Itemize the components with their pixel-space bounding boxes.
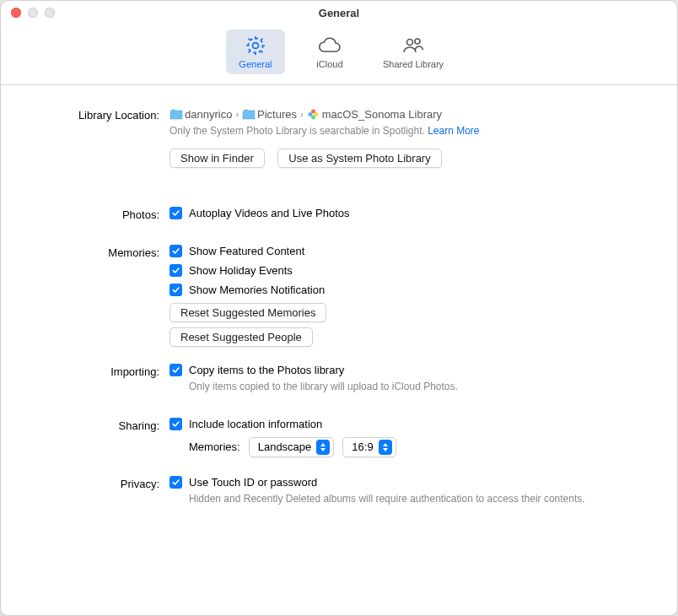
settings-content: Library Location: dannyrico › Pictures › [1,85,677,615]
photos-label: Photos: [33,207,170,221]
memories-section: Memories: Show Featured Content Show Hol… [33,245,618,352]
breadcrumb-segment: macOS_Sonoma Library [322,108,442,121]
importing-label: Importing: [33,364,170,378]
use-as-system-library-button[interactable]: Use as System Photo Library [277,149,441,168]
chevron-right-icon: › [234,109,240,119]
copy-items-label: Copy items to the Photos library [189,364,344,376]
library-location-label: Library Location: [33,107,170,122]
include-location-label: Include location information [189,418,322,430]
tab-icloud[interactable]: iCloud [300,30,359,74]
orientation-popup[interactable]: Landscape [249,437,335,457]
people-icon [401,35,426,57]
privacy-label: Privacy: [33,476,170,490]
popup-arrows-icon [379,440,392,455]
sharing-section: Sharing: Include location information Me… [33,418,618,457]
close-button[interactable] [11,8,21,18]
memories-label: Memories: [33,245,170,259]
holiday-events-label: Show Holiday Events [189,264,293,277]
tab-general-label: General [239,59,272,69]
sharing-label: Sharing: [33,418,170,432]
importing-note: Only items copied to the library will up… [189,380,618,394]
gear-icon [243,35,268,57]
sharing-memories-label: Memories: [189,440,240,453]
importing-section: Importing: Copy items to the Photos libr… [33,364,618,399]
include-location-checkbox[interactable] [170,418,182,430]
cloud-icon [317,35,342,57]
popup-arrows-icon [316,440,330,455]
minimize-button[interactable] [28,8,38,18]
maximize-button[interactable] [45,8,55,18]
library-path-breadcrumb[interactable]: dannyrico › Pictures › [170,107,618,121]
learn-more-link[interactable]: Learn More [428,125,479,137]
library-location-section: Library Location: dannyrico › Pictures › [33,107,618,188]
memories-notification-label: Show Memories Notification [189,284,325,296]
svg-point-0 [252,43,258,49]
copy-items-checkbox[interactable] [170,364,182,376]
photos-section: Photos: Autoplay Videos and Live Photos [33,207,618,226]
autoplay-label: Autoplay Videos and Live Photos [189,207,350,219]
breadcrumb-segment: Pictures [257,108,297,121]
tab-icloud-label: iCloud [316,59,342,69]
tab-general[interactable]: General [226,30,285,74]
autoplay-checkbox[interactable] [170,207,182,219]
traffic-lights [11,8,55,18]
featured-content-label: Show Featured Content [189,245,304,257]
show-in-finder-button[interactable]: Show in Finder [170,149,265,168]
svg-point-3 [415,39,420,44]
reset-memories-button[interactable]: Reset Suggested Memories [170,303,326,322]
aspect-ratio-value: 16:9 [352,440,373,453]
tab-shared-library[interactable]: Shared Library [374,30,452,74]
photos-library-icon [307,107,320,121]
orientation-value: Landscape [258,440,312,453]
settings-window: General General iCloud [0,0,678,616]
privacy-section: Privacy: Use Touch ID or password Hidden… [33,476,618,511]
reset-people-button[interactable]: Reset Suggested People [170,327,313,347]
memories-notification-checkbox[interactable] [170,284,182,296]
holiday-events-checkbox[interactable] [170,264,182,277]
breadcrumb-segment: dannyrico [185,108,232,121]
folder-icon [242,107,256,121]
home-folder-icon [170,107,183,121]
tab-shared-label: Shared Library [383,59,444,69]
window-title: General [11,7,667,19]
aspect-ratio-popup[interactable]: 16:9 [342,437,396,457]
touchid-checkbox[interactable] [170,476,182,489]
privacy-note: Hidden and Recently Deleted albums will … [189,492,618,506]
library-note: Only the System Photo Library is searcha… [170,124,618,138]
titlebar: General [1,1,677,24]
svg-point-2 [407,40,413,46]
svg-point-7 [309,112,313,116]
chevron-right-icon: › [299,109,305,119]
touchid-label: Use Touch ID or password [189,476,317,489]
featured-content-checkbox[interactable] [170,245,182,257]
toolbar: General iCloud Shared Library [1,24,677,85]
